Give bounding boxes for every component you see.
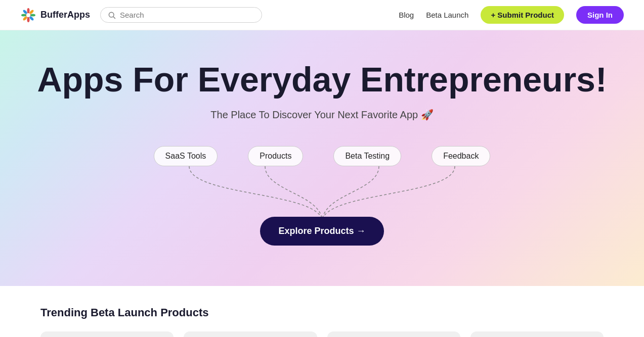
svg-point-7 (21, 14, 26, 16)
search-input[interactable] (120, 11, 254, 19)
trending-card-2 (184, 331, 317, 337)
trending-cards-row (40, 331, 604, 337)
nav-blog[interactable]: Blog (399, 11, 414, 19)
logo-text: BufferApps (40, 10, 90, 20)
trending-section: Trending Beta Launch Products (0, 286, 644, 337)
search-icon (108, 11, 116, 19)
sign-in-button[interactable]: Sign In (576, 6, 624, 24)
navbar: BufferApps Blog Beta Launch + Submit Pro… (0, 0, 644, 30)
nav-links: Blog Beta Launch + Submit Product Sign I… (399, 6, 624, 24)
svg-point-10 (109, 12, 114, 17)
trending-card-3 (327, 331, 460, 337)
svg-point-1 (27, 8, 30, 13)
search-bar (100, 7, 262, 23)
hero-section: Apps For Everyday Entrepreneurs! The Pla… (0, 30, 644, 286)
svg-point-3 (30, 14, 35, 16)
trending-card-1 (40, 331, 174, 337)
logo-icon (20, 7, 36, 23)
trending-card-4 (470, 331, 604, 337)
nav-beta-launch[interactable]: Beta Launch (426, 11, 468, 19)
hero-subtitle: The Place To Discover Your Next Favorite… (210, 109, 433, 121)
trending-title: Trending Beta Launch Products (40, 306, 604, 319)
submit-product-button[interactable]: + Submit Product (481, 6, 564, 24)
svg-point-9 (26, 13, 30, 17)
logo[interactable]: BufferApps (20, 7, 90, 23)
svg-point-5 (27, 17, 30, 22)
explore-products-button[interactable]: Explore Products → (260, 217, 383, 246)
hero-title: Apps For Everyday Entrepreneurs! (37, 61, 607, 99)
